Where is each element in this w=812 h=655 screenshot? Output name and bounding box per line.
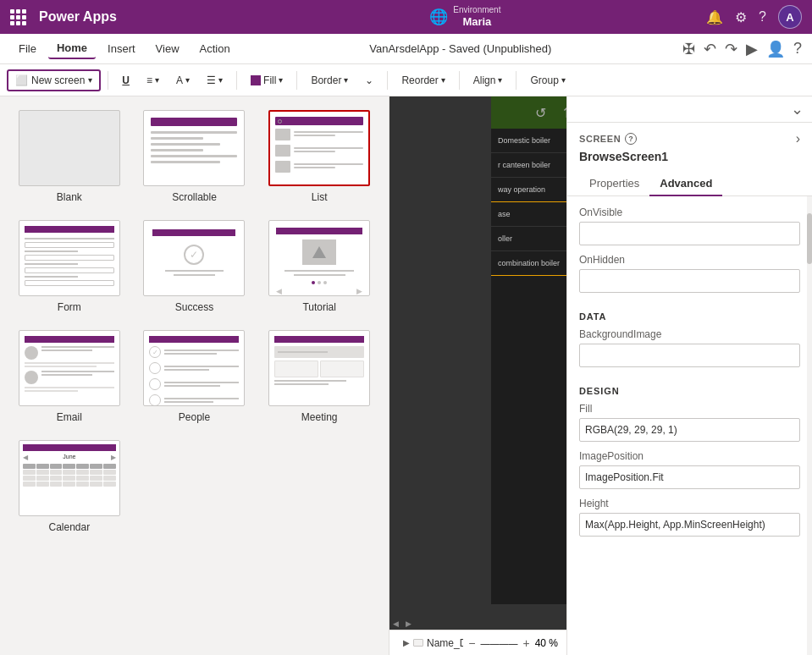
image-pos-value-text: ImagePosition.Fit xyxy=(585,471,664,483)
thumbnail-form-label: Form xyxy=(58,301,81,313)
environment-name: Maria xyxy=(453,15,500,30)
align-label: Align xyxy=(473,74,496,86)
list-item-5-text: oller xyxy=(498,234,512,243)
thumbnail-calendar[interactable]: ◀June▶ xyxy=(14,440,125,533)
on-visible-label: OnVisible xyxy=(579,206,800,218)
on-visible-input[interactable] xyxy=(579,222,800,245)
thumbnail-blank[interactable]: Blank xyxy=(14,110,125,203)
toolbar-reorder[interactable]: Reorder ▾ xyxy=(395,71,451,90)
screen-help-icon[interactable]: ? xyxy=(625,133,637,145)
panel-scrollbar[interactable] xyxy=(807,196,812,655)
thumbnail-calendar-box[interactable]: ◀June▶ xyxy=(19,440,120,516)
image-pos-value-box[interactable]: ImagePosition.Fit xyxy=(579,465,800,489)
help-icon-top[interactable]: ? xyxy=(759,9,766,25)
thumbnail-meeting[interactable]: Meeting xyxy=(263,330,375,423)
new-screen-button[interactable]: ⬜ New screen ▾ xyxy=(7,69,101,91)
apps-grid-button[interactable] xyxy=(10,9,25,25)
thumbnail-form-box[interactable] xyxy=(19,220,120,296)
zoom-minus[interactable]: − xyxy=(468,636,475,650)
toolbar-fill[interactable]: Fill ▾ xyxy=(244,71,290,90)
health-check-icon[interactable]: ✠ xyxy=(682,40,695,58)
thumbnail-scrollable[interactable]: Scrollable xyxy=(139,110,251,203)
thumbnail-people-box[interactable]: ✓ xyxy=(143,330,245,406)
tree-panel: ▶ Name_DataCard1 ▶ CategoryID_DataCard1 … xyxy=(398,636,463,651)
bg-image-input[interactable] xyxy=(579,344,800,367)
menu-file[interactable]: File xyxy=(10,39,45,58)
panel-dropdown[interactable]: ⌄ xyxy=(567,96,812,123)
thumbnail-list-box[interactable] xyxy=(268,110,370,186)
new-screen-label: New screen xyxy=(31,74,85,86)
on-hidden-input[interactable] xyxy=(579,269,800,293)
tab-advanced[interactable]: Advanced xyxy=(649,172,722,196)
toolbar-dropdown[interactable]: ⌄ xyxy=(358,71,380,90)
tree-icon-1 xyxy=(413,639,423,647)
new-screen-caret: ▾ xyxy=(88,75,92,85)
toolbar-separator-3 xyxy=(296,71,297,90)
toolbar-separator-5 xyxy=(459,71,460,90)
tree-item-1[interactable]: ▶ Name_DataCard1 xyxy=(398,636,463,651)
notification-icon[interactable]: 🔔 xyxy=(706,9,723,25)
avatar[interactable]: A xyxy=(778,5,802,29)
tab-properties[interactable]: Properties xyxy=(579,172,649,196)
thumbnail-email-box[interactable] xyxy=(19,330,120,406)
panel-expand-icon[interactable]: › xyxy=(796,131,800,146)
thumbnail-success-box[interactable]: ✓ xyxy=(143,220,245,296)
thumbnail-tutorial[interactable]: ◀▶ Tutorial xyxy=(263,220,375,313)
right-panel: ⌄ SCREEN ? › BrowseScreen1 Properties Ad… xyxy=(566,96,812,655)
thumbnail-scrollable-box[interactable] xyxy=(143,110,245,186)
panel-scrollbar-thumb xyxy=(807,213,812,264)
toolbar: ⬜ New screen ▾ U ≡ ▾ A ▾ ☰ ▾ Fill ▾ Bord… xyxy=(0,64,812,96)
play-icon[interactable]: ▶ xyxy=(746,40,758,58)
menu-view[interactable]: View xyxy=(147,39,188,58)
thumbnail-meeting-box[interactable] xyxy=(268,330,370,406)
menu-home[interactable]: Home xyxy=(48,38,96,59)
toolbar-underline[interactable]: U xyxy=(115,71,136,90)
tree-label-1: Name_DataCard1 xyxy=(427,637,463,649)
app-title: Power Apps xyxy=(39,9,224,25)
thumbnail-blank-label: Blank xyxy=(57,191,82,203)
zoom-value: 40 % xyxy=(535,637,558,649)
toolbar-font[interactable]: A ▾ xyxy=(169,71,196,90)
height-value-box[interactable]: Max(App.Height, App.MinScreenHeight) xyxy=(579,513,800,537)
scroll-left-icon: ◀ xyxy=(389,619,402,628)
fill-value-box[interactable]: RGBA(29, 29, 29, 1) xyxy=(579,418,800,442)
thumbnail-tutorial-box[interactable]: ◀▶ xyxy=(268,220,370,296)
top-bar-actions: 🔔 ⚙ ? A xyxy=(706,5,802,29)
canvas-list-item-4: ase › xyxy=(491,202,566,227)
thumbnail-list[interactable]: List xyxy=(263,110,375,203)
help-icon-menu[interactable]: ? xyxy=(793,40,802,58)
canvas-list-item-1: Domestic boiler › xyxy=(491,129,566,153)
toolbar-group[interactable]: Group ▾ xyxy=(523,71,572,90)
thumbnail-calendar-label: Calendar xyxy=(48,521,90,533)
dropdown-chevron[interactable]: ⌄ xyxy=(791,100,804,118)
toolbar-lines[interactable]: ☰ ▾ xyxy=(200,71,229,90)
tree-expand-1: ▶ xyxy=(403,638,410,647)
border-label: Border xyxy=(311,74,341,86)
toolbar-align[interactable]: ≡ ▾ xyxy=(140,71,166,90)
zoom-plus[interactable]: + xyxy=(522,636,529,650)
thumbnail-success-label: Success xyxy=(175,301,213,313)
share-icon[interactable]: 👤 xyxy=(766,40,785,58)
image-pos-label: ImagePosition xyxy=(579,450,800,462)
thumbnail-blank-box[interactable] xyxy=(19,110,120,186)
thumbnail-success[interactable]: ✓ Success xyxy=(139,220,251,313)
panel-content: OnVisible OnHidden DATA BackgroundImage … xyxy=(567,196,812,655)
list-item-4-text: ase xyxy=(498,210,511,218)
canvas-phone-header: ↺ ⇅ xyxy=(491,96,566,129)
screen-label: SCREEN ? xyxy=(579,133,637,145)
screen-label-text: SCREEN xyxy=(579,134,621,144)
undo-icon[interactable]: ↶ xyxy=(704,40,716,58)
toolbar-align[interactable]: Align ▾ xyxy=(467,71,510,90)
thumbnail-form[interactable]: Form xyxy=(14,220,125,313)
thumbnail-people[interactable]: ✓ xyxy=(139,330,251,423)
toolbar-border[interactable]: Border ▾ xyxy=(304,71,355,90)
menu-action[interactable]: Action xyxy=(191,39,239,58)
canvas-refresh-icon: ↺ xyxy=(535,105,546,121)
redo-icon[interactable]: ↷ xyxy=(725,40,737,58)
menu-insert[interactable]: Insert xyxy=(99,39,144,58)
thumbnail-email[interactable]: Email xyxy=(14,330,125,423)
thumbnail-tutorial-label: Tutorial xyxy=(302,301,336,313)
zoom-slider[interactable]: ———— xyxy=(480,638,517,648)
toolbar-separator-2 xyxy=(236,71,237,90)
settings-icon[interactable]: ⚙ xyxy=(735,9,747,25)
